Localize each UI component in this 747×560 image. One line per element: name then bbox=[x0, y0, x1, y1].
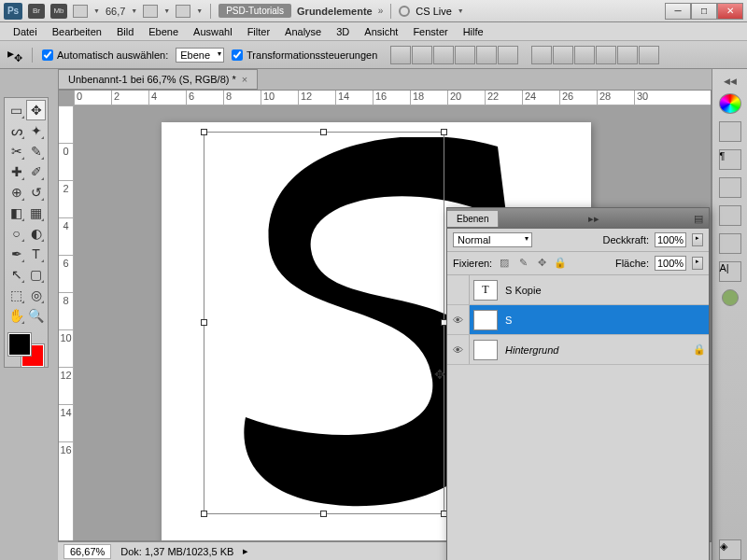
eyedropper-tool[interactable]: ✎ bbox=[26, 141, 46, 161]
masks-panel-icon[interactable] bbox=[719, 233, 741, 254]
close-tab-icon[interactable]: × bbox=[242, 74, 247, 85]
color-swatches[interactable] bbox=[7, 331, 48, 365]
3d-tool[interactable]: ⬚ bbox=[7, 285, 26, 305]
vertical-ruler[interactable]: 0246810121416 bbox=[59, 105, 74, 540]
align-vcenter-button[interactable] bbox=[412, 46, 432, 64]
handle-tc[interactable] bbox=[320, 129, 327, 135]
lock-pixels-icon[interactable]: ✎ bbox=[516, 257, 529, 270]
lock-all-icon[interactable]: 🔒 bbox=[554, 257, 567, 270]
3d-camera-tool[interactable]: ◎ bbox=[26, 285, 46, 305]
layer-thumbnail[interactable]: T bbox=[473, 280, 498, 301]
cslive-label[interactable]: CS Live bbox=[416, 6, 452, 17]
menu-hilfe[interactable]: Hilfe bbox=[456, 24, 491, 39]
handle-bc[interactable] bbox=[320, 511, 327, 517]
handle-ml[interactable] bbox=[201, 319, 207, 326]
distribute-vcenter-button[interactable] bbox=[553, 46, 573, 64]
type-tool[interactable]: T bbox=[26, 244, 46, 264]
handle-tr[interactable] bbox=[441, 129, 447, 135]
path-select-tool[interactable]: ↖ bbox=[7, 264, 26, 285]
gradient-tool[interactable]: ▦ bbox=[26, 203, 46, 223]
move-tool[interactable]: ✥ bbox=[26, 100, 46, 120]
screen-mode-icon[interactable] bbox=[143, 5, 158, 18]
visibility-toggle[interactable]: 👁 bbox=[447, 335, 470, 364]
opacity-input[interactable]: 100% bbox=[655, 232, 686, 247]
lock-transparency-icon[interactable]: ▨ bbox=[498, 257, 511, 270]
fill-input[interactable]: 100% bbox=[655, 256, 686, 271]
dodge-tool[interactable]: ◐ bbox=[26, 223, 46, 244]
opacity-flyout-icon[interactable]: ▸ bbox=[692, 233, 703, 246]
layer-name[interactable]: Hintergrund bbox=[501, 344, 690, 356]
healing-brush-tool[interactable]: ✚ bbox=[7, 161, 26, 182]
panel-collapse-icon[interactable]: ▸▸ bbox=[583, 213, 605, 225]
magic-wand-tool[interactable]: ✦ bbox=[26, 120, 46, 141]
align-top-button[interactable] bbox=[390, 46, 411, 64]
menu-datei[interactable]: Datei bbox=[6, 24, 45, 39]
color-panel-icon[interactable] bbox=[719, 93, 741, 114]
shape-tool[interactable]: ▢ bbox=[26, 264, 46, 285]
paragraph-panel-icon[interactable]: ¶ bbox=[719, 149, 741, 170]
lasso-tool[interactable]: ᔕ bbox=[7, 120, 26, 141]
document-tab[interactable]: Unbenannt-1 bei 66,7% (S, RGB/8) * × bbox=[58, 69, 258, 90]
menu-3d[interactable]: 3D bbox=[329, 24, 357, 39]
zoom-tool[interactable]: 🔍 bbox=[26, 305, 46, 326]
window-minimize-button[interactable]: ─ bbox=[665, 3, 691, 20]
extras-icon[interactable] bbox=[176, 5, 190, 18]
layer-thumbnail[interactable]: T bbox=[473, 310, 498, 330]
crop-tool[interactable]: ✂ bbox=[7, 141, 26, 161]
window-maximize-button[interactable]: □ bbox=[691, 3, 717, 20]
handle-tl[interactable] bbox=[201, 129, 207, 135]
auto-select-checkbox[interactable]: Automatisch auswählen: bbox=[42, 49, 168, 61]
distribute-left-button[interactable] bbox=[596, 46, 616, 64]
foreground-color-swatch[interactable] bbox=[8, 333, 31, 356]
menu-auswahl[interactable]: Auswahl bbox=[186, 24, 240, 39]
lock-position-icon[interactable]: ✥ bbox=[535, 257, 548, 270]
distribute-hcenter-button[interactable] bbox=[617, 46, 638, 64]
transform-controls-checkbox[interactable]: Transformationssteuerungen bbox=[232, 49, 377, 61]
chevron-right-icon[interactable]: » bbox=[378, 6, 384, 16]
menu-fenster[interactable]: Fenster bbox=[405, 24, 455, 39]
swatches-panel-icon[interactable] bbox=[719, 121, 741, 142]
status-arrow-icon[interactable]: ▸ bbox=[243, 545, 248, 557]
workspace-secondary[interactable]: Grundelemente bbox=[297, 6, 373, 17]
menu-ebene[interactable]: Ebene bbox=[141, 24, 186, 39]
layers-panel-icon[interactable]: ◈ bbox=[719, 539, 741, 560]
align-bottom-button[interactable] bbox=[433, 46, 454, 64]
status-doc-info[interactable]: Dok: 1,37 MB/1023,5 KB bbox=[120, 546, 233, 557]
menu-bearbeiten[interactable]: Bearbeiten bbox=[45, 24, 109, 39]
menu-ansicht[interactable]: Ansicht bbox=[357, 24, 405, 39]
adjustments-panel-icon[interactable] bbox=[719, 205, 741, 226]
blend-mode-dropdown[interactable]: Normal bbox=[453, 232, 532, 247]
styles-panel-icon[interactable] bbox=[719, 177, 741, 198]
layer-name[interactable]: S bbox=[501, 315, 709, 326]
visibility-toggle[interactable]: 👁 bbox=[447, 305, 470, 334]
kuler-panel-icon[interactable] bbox=[722, 289, 739, 306]
transform-bounding-box[interactable] bbox=[204, 132, 444, 514]
align-hcenter-button[interactable] bbox=[476, 46, 497, 64]
collapse-icon[interactable]: ◀◀ bbox=[724, 77, 737, 86]
distribute-right-button[interactable] bbox=[639, 46, 659, 64]
align-right-button[interactable] bbox=[498, 46, 518, 64]
brush-tool[interactable]: ✐ bbox=[26, 161, 46, 182]
layer-name[interactable]: S Kopie bbox=[501, 285, 709, 296]
layer-thumbnail[interactable] bbox=[473, 340, 498, 360]
bridge-icon[interactable]: Br bbox=[28, 4, 45, 19]
align-left-button[interactable] bbox=[455, 46, 475, 64]
visibility-toggle[interactable] bbox=[447, 275, 470, 304]
clone-stamp-tool[interactable]: ⊕ bbox=[7, 182, 26, 203]
pen-tool[interactable]: ✒ bbox=[7, 244, 26, 264]
status-zoom[interactable]: 66,67% bbox=[63, 544, 111, 559]
panel-menu-icon[interactable]: ▤ bbox=[688, 213, 709, 225]
window-close-button[interactable]: ✕ bbox=[717, 3, 743, 20]
horizontal-ruler[interactable]: 024681012141618202224262830 bbox=[74, 91, 711, 105]
distribute-bottom-button[interactable] bbox=[574, 46, 595, 64]
layer-row[interactable]: 👁 T S bbox=[447, 305, 709, 335]
view-arrange-icon[interactable] bbox=[73, 5, 88, 18]
auto-select-target-dropdown[interactable]: Ebene bbox=[176, 48, 224, 63]
layer-row[interactable]: T S Kopie bbox=[447, 275, 709, 305]
minibridge-icon[interactable]: Mb bbox=[50, 4, 67, 19]
handle-bl[interactable] bbox=[201, 511, 207, 517]
zoom-percentage[interactable]: 66,7 bbox=[106, 6, 125, 17]
distribute-top-button[interactable] bbox=[531, 46, 552, 64]
history-brush-tool[interactable]: ↺ bbox=[26, 182, 46, 203]
eraser-tool[interactable]: ◧ bbox=[7, 203, 26, 223]
